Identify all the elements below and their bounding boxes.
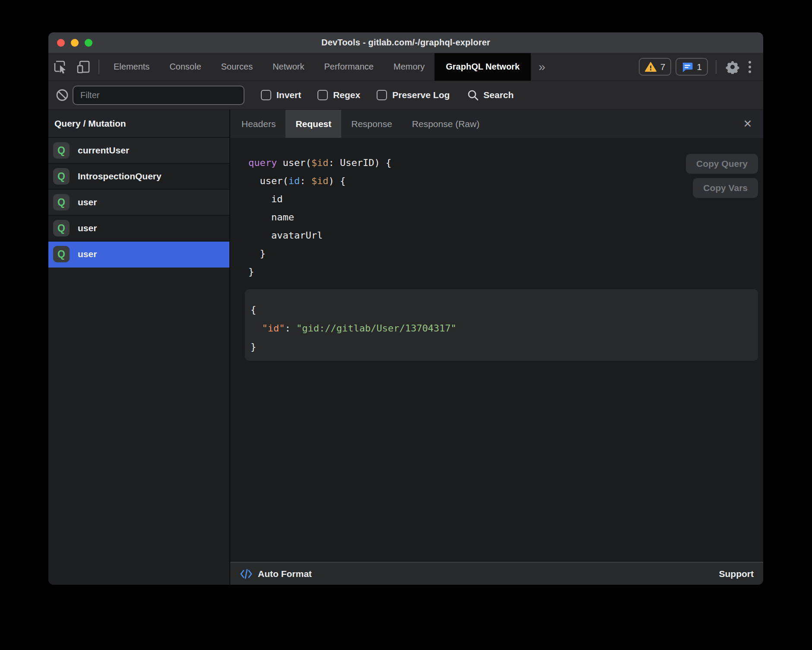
tab-graphql-network[interactable]: GraphQL Network (435, 53, 531, 81)
tab-network[interactable]: Network (263, 53, 314, 81)
device-toolbar-button[interactable] (73, 57, 93, 77)
query-type-badge: Q (53, 194, 70, 210)
tab-elements[interactable]: Elements (104, 53, 159, 81)
request-detail-panel: Headers Request Response Response (Raw) … (230, 110, 763, 585)
query-name: IntrospectionQuery (78, 171, 162, 182)
tab-sources[interactable]: Sources (211, 53, 263, 81)
search-button[interactable]: Search (467, 89, 514, 101)
more-tabs-button[interactable]: » (531, 61, 553, 73)
warnings-badge[interactable]: 7 (639, 58, 672, 76)
tab-performance[interactable]: Performance (314, 53, 384, 81)
toolbar-right-divider (716, 60, 717, 74)
tab-response-raw[interactable]: Response (Raw) (402, 110, 489, 138)
graphql-query-code: query user($id: UserID) { user(id: $id) … (248, 154, 391, 281)
query-type-badge: Q (53, 246, 70, 262)
warning-icon (645, 62, 657, 72)
toolbar-divider (98, 60, 99, 74)
list-item-user-1[interactable]: Q user (48, 190, 229, 216)
close-window-button[interactable] (57, 39, 65, 47)
tab-response[interactable]: Response (341, 110, 402, 138)
devtools-menu-button[interactable] (742, 61, 757, 73)
toolbar-right-cluster: 7 1 (634, 57, 763, 77)
invert-label: Invert (276, 90, 301, 100)
inspect-element-button[interactable] (51, 57, 71, 77)
code-line: user(id: $id) { (248, 172, 391, 190)
messages-badge[interactable]: 1 (676, 58, 708, 76)
block-icon (56, 89, 69, 102)
devtools-toolbar: Elements Console Sources Network Perform… (48, 53, 763, 81)
query-variables-box: { "id": "gid://gitlab/User/13704317"} (245, 289, 758, 361)
search-label: Search (483, 90, 514, 100)
copy-query-button[interactable]: Copy Query (686, 154, 758, 174)
close-icon[interactable]: ✕ (738, 110, 757, 138)
warnings-count: 7 (660, 62, 666, 72)
gear-icon (726, 60, 739, 74)
preserve-log-label: Preserve Log (392, 90, 450, 100)
status-bar: Auto Format Support (230, 562, 763, 585)
query-name: user (78, 223, 97, 233)
filter-bar: Invert Regex Preserve Log Search (48, 81, 763, 110)
query-type-badge: Q (53, 142, 70, 159)
chat-bubble-icon (682, 61, 693, 73)
copy-vars-button[interactable]: Copy Vars (693, 178, 758, 198)
query-name: user (78, 197, 97, 207)
list-item-introspectionquery[interactable]: Q IntrospectionQuery (48, 164, 229, 190)
query-type-badge: Q (53, 220, 70, 236)
copy-buttons: Copy Query Copy Vars (686, 154, 758, 198)
invert-checkbox-group[interactable]: Invert (261, 90, 301, 100)
minimize-window-button[interactable] (71, 39, 79, 47)
query-type-badge: Q (53, 168, 70, 185)
app-body: Query / Mutation Q currentUser Q Introsp… (48, 110, 763, 585)
preserve-log-checkbox-group[interactable]: Preserve Log (377, 90, 450, 100)
code-line: } (248, 263, 391, 281)
request-content: query user($id: UserID) { user(id: $id) … (230, 138, 763, 562)
query-list-header: Query / Mutation (48, 110, 229, 138)
code-line: query user($id: UserID) { (248, 154, 391, 172)
auto-format-button[interactable]: Auto Format (240, 568, 312, 580)
detail-tabs: Headers Request Response Response (Raw) … (230, 110, 763, 138)
support-link[interactable]: Support (719, 569, 754, 579)
zoom-window-button[interactable] (85, 39, 92, 47)
list-item-user-2[interactable]: Q user (48, 216, 229, 242)
query-name: user (78, 249, 97, 259)
regex-checkbox-group[interactable]: Regex (317, 90, 360, 100)
title-bar: DevTools - gitlab.com/-/graphql-explorer (48, 32, 763, 53)
code-line: name (248, 208, 391, 226)
device-toolbar-icon (76, 60, 91, 74)
messages-count: 1 (697, 62, 702, 72)
tab-headers[interactable]: Headers (232, 110, 285, 138)
code-line: } (248, 245, 391, 263)
code-line: avatarUrl (248, 226, 391, 245)
tab-console[interactable]: Console (159, 53, 211, 81)
tab-memory[interactable]: Memory (384, 53, 435, 81)
regex-checkbox[interactable] (317, 90, 328, 100)
settings-button[interactable] (723, 57, 742, 77)
devtools-window: DevTools - gitlab.com/-/graphql-explorer… (48, 32, 763, 585)
regex-label: Regex (333, 90, 360, 100)
invert-checkbox[interactable] (261, 90, 271, 100)
list-item-currentuser[interactable]: Q currentUser (48, 138, 229, 164)
code-line: } (251, 338, 758, 356)
code-line: "id": "gid://gitlab/User/13704317" (251, 319, 758, 338)
tab-request[interactable]: Request (285, 110, 341, 138)
inspect-cursor-icon (54, 60, 68, 74)
code-format-icon (240, 568, 253, 580)
search-icon (467, 89, 479, 101)
clear-requests-button[interactable] (52, 89, 73, 102)
traffic-lights (57, 32, 92, 53)
auto-format-label: Auto Format (258, 569, 312, 579)
preserve-log-checkbox[interactable] (377, 90, 387, 100)
kebab-icon (749, 61, 751, 64)
code-line: id (248, 190, 391, 208)
code-line: { (251, 300, 758, 319)
query-name: currentUser (78, 145, 129, 156)
list-item-user-3-selected[interactable]: Q user (48, 242, 229, 268)
filter-input[interactable] (73, 86, 244, 105)
query-list-panel: Query / Mutation Q currentUser Q Introsp… (48, 110, 230, 585)
window-title: DevTools - gitlab.com/-/graphql-explorer (321, 38, 490, 48)
